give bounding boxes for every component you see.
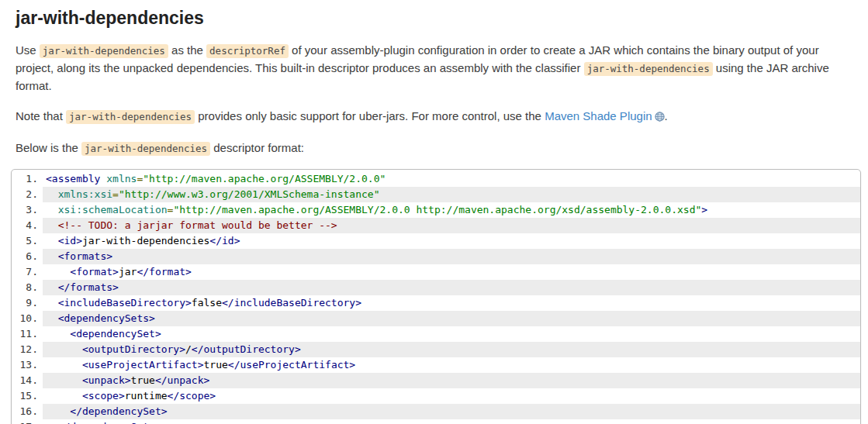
line-number: 5. (12, 233, 38, 249)
code-token (46, 390, 82, 402)
code-token (46, 405, 70, 417)
code-line: 17. </dependencySets> (43, 419, 860, 424)
code-token: jar (119, 266, 137, 277)
code-token: <id> (58, 235, 82, 246)
code-token: </scope> (168, 390, 216, 402)
code-token: <outputDirectory> (82, 343, 185, 355)
code-line: 16. </dependencySet> (43, 404, 860, 419)
code-token: <dependencySets> (58, 312, 155, 324)
code-token (46, 266, 70, 277)
code-line: 1.<assembly xmlns="http://maven.apache.o… (43, 171, 860, 187)
inline-code: jar-with-dependencies (81, 142, 210, 156)
code-line: 9. <includeBaseDirectory>false</includeB… (43, 295, 860, 311)
code-token: <includeBaseDirectory> (58, 297, 192, 309)
document-page: jar-with-dependencies Use jar-with-depen… (0, 7, 868, 424)
paragraph-text: Use (16, 43, 40, 57)
code-line: 4. <!-- TODO: a jarjar format would be b… (43, 218, 860, 233)
line-number: 9. (12, 295, 38, 311)
code-token (46, 374, 82, 386)
code-token: true (131, 374, 155, 386)
code-token (46, 421, 58, 424)
code-token (46, 328, 70, 340)
line-number: 8. (12, 280, 38, 295)
code-line-list: 1.<assembly xmlns="http://maven.apache.o… (12, 171, 860, 424)
paragraph-text: provides only basic support for uber-jar… (195, 109, 545, 122)
code-token: </id> (209, 235, 240, 246)
code-token: </formats> (58, 281, 119, 293)
code-token: </includeBaseDirectory> (222, 297, 361, 309)
inline-code: jar-with-dependencies (66, 110, 195, 124)
code-line: 15. <scope>runtime</scope> (43, 388, 860, 404)
code-token: </dependencySets> (58, 421, 161, 424)
paragraph-text: . (665, 109, 668, 122)
code-token: xmlns:xsi (58, 188, 112, 200)
intro-paragraph: Use jar-with-dependencies as the descrip… (16, 42, 854, 95)
note-paragraph: Note that jar-with-dependencies provides… (16, 108, 854, 126)
inline-code: descriptorRef (206, 44, 289, 58)
paragraph-text: Note that (16, 109, 66, 122)
code-token: / (185, 343, 192, 355)
code-token: </format> (137, 266, 191, 277)
code-token (46, 312, 58, 324)
line-number: 6. (12, 249, 38, 264)
line-number: 1. (12, 171, 38, 187)
code-token: <formats> (58, 250, 112, 262)
code-token: <assembly (46, 173, 100, 184)
code-line: 14. <unpack>true</unpack> (43, 373, 860, 388)
code-token: <unpack> (82, 374, 131, 386)
code-token (46, 343, 82, 355)
code-token: xsi:schemaLocation (58, 204, 168, 215)
code-token: false (192, 297, 222, 309)
code-token: = (112, 188, 119, 200)
code-token: xmlns (106, 173, 137, 184)
code-token: "http://maven.apache.org/ASSEMBLY/2.0.0" (143, 173, 386, 184)
code-line: 8. </formats> (43, 280, 860, 295)
page-title: jar-with-dependencies (16, 7, 861, 29)
inline-code: jar-with-dependencies (584, 62, 713, 76)
line-number: 2. (12, 187, 38, 202)
line-number: 3. (12, 202, 38, 218)
code-token: runtime (125, 390, 168, 402)
code-token: </unpack> (155, 374, 209, 386)
line-number: 16. (12, 404, 38, 419)
below-paragraph: Below is the jar-with-dependencies descr… (16, 140, 854, 157)
code-line: 5. <id>jar-with-dependencies</id> (43, 233, 860, 249)
code-line: 6. <formats> (43, 249, 860, 264)
line-number: 10. (12, 311, 38, 326)
code-token (46, 250, 58, 262)
line-number: 17. (12, 419, 38, 424)
code-token (46, 297, 58, 309)
line-number: 12. (12, 342, 38, 357)
code-token: </dependencySet> (70, 405, 167, 417)
line-number: 15. (12, 388, 38, 404)
line-number: 13. (12, 357, 38, 373)
code-token: "http://www.w3.org/2001/XMLSchema-instan… (119, 188, 380, 200)
code-token: <useProjectArtifact> (82, 359, 204, 371)
code-token (46, 204, 58, 215)
code-token: <!-- TODO: a jarjar format would be bett… (58, 219, 337, 231)
code-line: 7. <format>jar</format> (43, 264, 860, 280)
code-line: 12. <outputDirectory>/</outputDirectory> (43, 342, 860, 357)
code-line: 2. xmlns:xsi="http://www.w3.org/2001/XML… (43, 187, 860, 202)
code-line: 10. <dependencySets> (43, 311, 860, 326)
code-token: jar-with-dependencies (82, 235, 209, 246)
code-token: "http://maven.apache.org/ASSEMBLY/2.0.0 … (173, 204, 701, 215)
code-line: 13. <useProjectArtifact>true</useProject… (43, 357, 860, 373)
code-token (46, 359, 82, 371)
line-number: 14. (12, 373, 38, 388)
paragraph-text: Below is the (16, 141, 81, 154)
code-line: 11. <dependencySet> (43, 326, 860, 342)
code-token (46, 235, 58, 246)
code-token: <dependencySet> (70, 328, 161, 340)
maven-shade-plugin-link[interactable]: Maven Shade Plugin (545, 109, 652, 122)
code-pre: 1.<assembly xmlns="http://maven.apache.o… (12, 170, 860, 424)
code-token (46, 281, 58, 293)
line-number: 11. (12, 326, 38, 342)
code-line: 3. xsi:schemaLocation="http://maven.apac… (43, 202, 860, 218)
code-token: > (701, 204, 707, 215)
code-token: <format> (70, 266, 119, 277)
line-number: 4. (12, 218, 38, 233)
code-token (46, 219, 58, 231)
code-token: <scope> (82, 390, 125, 402)
code-token: </outputDirectory> (192, 343, 301, 355)
